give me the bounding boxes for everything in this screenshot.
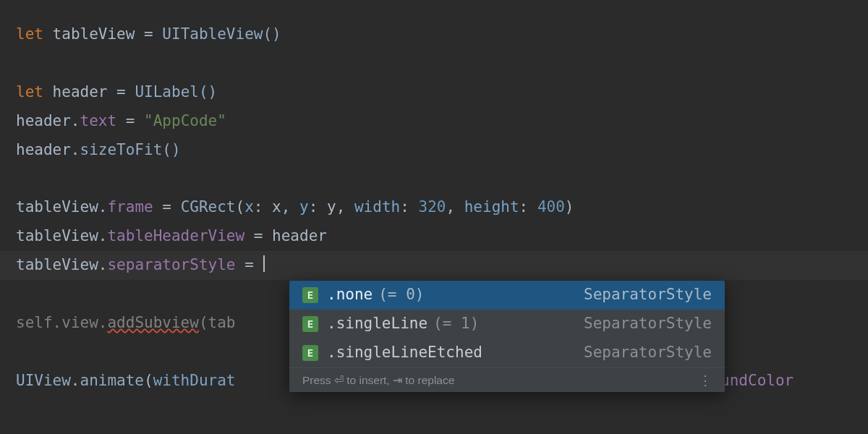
- type-ref: UITableView(): [162, 25, 281, 43]
- completion-item[interactable]: E .singleLine (= 1) SeparatorStyle: [289, 310, 725, 339]
- completion-type: SeparatorStyle: [584, 310, 712, 339]
- enum-badge-icon: E: [302, 345, 318, 361]
- completion-item[interactable]: E .none (= 0) SeparatorStyle: [289, 281, 725, 310]
- footer-hint: Press ⏎ to insert, ⇥ to replace: [302, 375, 454, 386]
- code-line: header.sizeToFit(): [16, 141, 181, 158]
- completion-label: .none: [327, 281, 373, 310]
- more-options-icon[interactable]: ⋮: [699, 374, 712, 387]
- completion-item[interactable]: E .singleLineEtched SeparatorStyle: [289, 339, 725, 367]
- completion-hint: (= 1): [433, 310, 479, 339]
- completion-type: SeparatorStyle: [584, 281, 712, 310]
- completion-label: .singleLine: [327, 310, 427, 339]
- code-line: header.text = "AppCode": [16, 112, 226, 129]
- text-cursor: [263, 255, 265, 272]
- code-line-dimmed: self.view.addSubview(tab: [16, 314, 236, 331]
- code-line: tableView.frame = CGRect(x: x, y: y, wid…: [16, 198, 574, 216]
- error-underline: addSubview: [107, 314, 198, 331]
- code-line: let tableView = UITableView(): [16, 25, 281, 43]
- completion-label: .singleLineEtched: [327, 339, 482, 367]
- completion-hint: (= 0): [378, 281, 424, 310]
- enum-badge-icon: E: [302, 287, 318, 303]
- code-line: let header = UILabel(): [16, 83, 217, 101]
- code-line: tableView.tableHeaderView = header: [16, 227, 327, 244]
- completion-type: SeparatorStyle: [584, 339, 712, 367]
- enum-badge-icon: E: [302, 316, 318, 332]
- current-line: tableView.separatorStyle =: [0, 251, 868, 280]
- completion-popup[interactable]: E .none (= 0) SeparatorStyle E .singleLi…: [289, 281, 725, 392]
- completion-footer: Press ⏎ to insert, ⇥ to replace ⋮: [289, 367, 725, 392]
- type-ref: UILabel(): [135, 83, 217, 101]
- string-literal: "AppCode": [144, 112, 226, 129]
